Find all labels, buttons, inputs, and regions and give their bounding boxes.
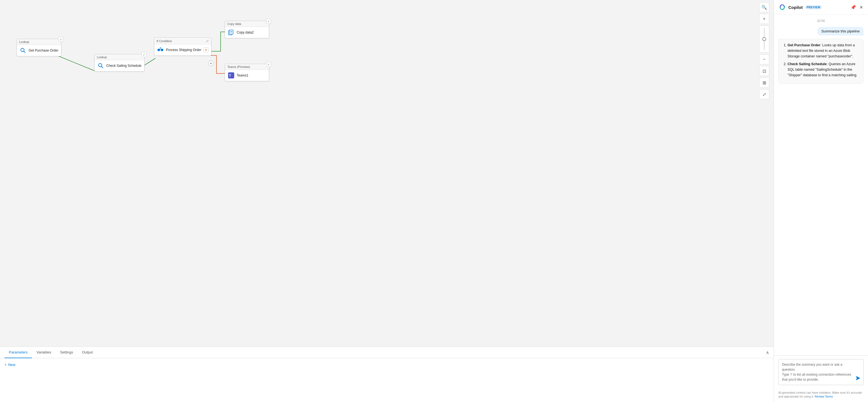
new-parameter-button[interactable]: + New [4, 363, 16, 367]
copilot-input-wrapper: Describe the summary you want or ask a q… [778, 359, 864, 385]
tab-settings[interactable]: Settings [56, 347, 78, 358]
copilot-panel: Copilot PREVIEW 📌 ✕ 22:50 Summarize this… [774, 0, 868, 402]
copy-data-icon [228, 29, 235, 36]
node-teams[interactable]: Teams (Preview) T Teams1 ✓ [225, 64, 269, 81]
svg-rect-8 [161, 49, 163, 51]
zoom-slider-track[interactable] [764, 28, 765, 50]
zoom-in-button[interactable]: + [759, 14, 769, 24]
node-get-purchase-order-header: Lookup [17, 39, 61, 45]
item-1-name: Get Purchase Order [787, 43, 820, 47]
svg-line-4 [24, 51, 26, 53]
copy-data-check: ✓ [266, 19, 271, 24]
search-canvas-button[interactable]: 🔍 [759, 2, 769, 12]
svg-point-10 [160, 47, 161, 48]
node-check-sailing[interactable]: Lookup Check Sailing Schedule ✓ [94, 54, 145, 71]
user-message: Summarize this pipeline [817, 27, 864, 35]
node-teams-body: T Teams1 [225, 70, 269, 81]
lookup-icon-1 [20, 47, 26, 54]
tab-variables[interactable]: Variables [32, 347, 56, 358]
node-get-purchase-order[interactable]: Lookup Get Purchase Order ✓ [17, 39, 61, 56]
node-copy-data-body: Copy data2 [225, 27, 269, 38]
fit-view-button[interactable]: ⊡ [759, 66, 769, 76]
copilot-messages: 22:50 Summarize this pipeline Get Purcha… [774, 15, 868, 356]
tab-output[interactable]: Output [78, 347, 97, 358]
arrange-button[interactable]: ⊞ [759, 78, 769, 88]
zoom-slider-container [759, 26, 769, 53]
item-2-name: Check Sailing Schedule [787, 62, 827, 66]
node-get-purchase-order-body: Get Purchase Order [17, 45, 61, 56]
node-check-sailing-header: Lookup [95, 54, 144, 60]
bot-message: Get Purchase Order: Looks up data from a… [778, 39, 864, 84]
copilot-logo [778, 3, 786, 11]
bot-message-item-2: Check Sailing Schedule: Queries an Azure… [787, 61, 859, 78]
node-process-shipping-label: Process Shipping Order [166, 48, 201, 52]
node-if-condition-body: Process Shipping Order ✕ [154, 44, 211, 56]
bottom-panel: Parameters Variables Settings Output ∧ +… [0, 346, 774, 402]
svg-marker-19 [856, 376, 860, 380]
copilot-close-button[interactable]: ✕ [859, 4, 864, 10]
connectors-svg [0, 0, 774, 346]
node-check-sailing-label: Check Sailing Schedule [106, 64, 142, 68]
bottom-panel-tabs: Parameters Variables Settings Output ∧ [0, 347, 774, 358]
tab-parameters[interactable]: Parameters [4, 347, 32, 358]
process-shipping-icon [157, 46, 164, 53]
copilot-input-area: Describe the summary you want or ask a q… [774, 356, 868, 389]
node-teams-label: Teams1 [237, 73, 248, 77]
node-copy-data-label: Copy data2 [237, 31, 254, 34]
copilot-footer: AI-generated content can have mistakes. … [774, 389, 868, 402]
copilot-preview-badge: PREVIEW [805, 5, 822, 9]
process-shipping-x: ✕ [204, 47, 208, 53]
svg-text:T: T [229, 73, 231, 78]
copilot-footer-link[interactable]: Review Terms [815, 395, 833, 398]
copilot-send-button[interactable] [855, 375, 861, 382]
svg-line-6 [101, 67, 103, 68]
svg-line-0 [57, 56, 94, 71]
node-check-sailing-body: Check Sailing Schedule [95, 60, 144, 71]
bot-message-item-1: Get Purchase Order: Looks up data from a… [787, 42, 859, 59]
expand-button[interactable]: ⤢ [759, 89, 769, 99]
if-condition-label: If Condition [156, 39, 172, 43]
svg-rect-7 [158, 49, 160, 51]
panel-collapse-button[interactable]: ∧ [766, 350, 769, 355]
node-if-condition[interactable]: If Condition ⤢ Process Shipping Order ✕ [154, 37, 212, 56]
zoom-out-button[interactable]: − [759, 54, 769, 64]
teams-icon: T [228, 72, 235, 79]
node-if-condition-header: If Condition ⤢ [154, 38, 211, 44]
pipeline-canvas: Lookup Get Purchase Order ✓ Lookup Check… [0, 0, 774, 346]
if-condition-expand-icon: ⤢ [206, 39, 209, 43]
copilot-title: Copilot [788, 5, 803, 10]
message-timestamp: 22:50 [778, 19, 864, 23]
copilot-header: Copilot PREVIEW 📌 ✕ [774, 0, 868, 15]
node-get-purchase-order-label: Get Purchase Order [29, 48, 58, 53]
bottom-panel-content: + New [0, 358, 774, 371]
zoom-slider-thumb[interactable] [762, 37, 766, 41]
node-teams-header: Teams (Preview) [225, 64, 269, 70]
new-button-label: New [8, 363, 16, 367]
copilot-pin-button[interactable]: 📌 [850, 4, 857, 10]
copilot-header-actions: 📌 ✕ [850, 4, 864, 10]
teams-check: ✓ [266, 62, 271, 67]
lookup-icon-2 [97, 62, 104, 69]
canvas-toolbar: 🔍 + − ⊡ ⊞ ⤢ [759, 2, 769, 99]
add-activity-button[interactable]: + [208, 61, 214, 66]
check-sailing-check: ✓ [142, 52, 147, 57]
node-copy-data[interactable]: Copy data Copy data2 ✓ [225, 21, 269, 38]
node-copy-data-header: Copy data [225, 21, 269, 27]
new-plus-icon: + [4, 363, 7, 367]
get-purchase-order-check: ✓ [58, 37, 63, 42]
